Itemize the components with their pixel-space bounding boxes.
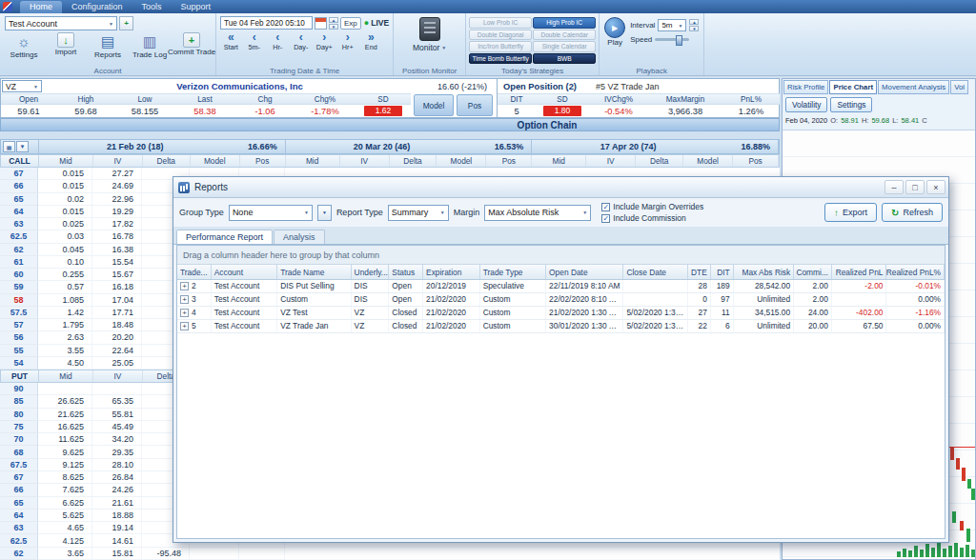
column-header-iv[interactable]: IV	[93, 155, 143, 167]
minimize-button[interactable]: –	[884, 180, 904, 194]
grid-column-7[interactable]: Open Date	[546, 265, 623, 279]
column-header-pos[interactable]: Pos	[240, 155, 286, 167]
ribbon-button-trade-log[interactable]: ▥Trade Log	[129, 31, 171, 59]
report-row[interactable]: +4Test AccountVZ TestVZClosed21/02/2020C…	[177, 307, 945, 320]
checkbox-include-commission[interactable]: ✓Include Commission	[601, 213, 703, 223]
margin-select[interactable]: Max Absolute Risk ▼	[484, 205, 591, 221]
calendar-icon[interactable]	[315, 17, 327, 30]
dialog-tab-performance-report[interactable]: Performance Report	[176, 230, 273, 244]
strategy-button-low-prob-ic[interactable]: Low Prob IC	[469, 17, 532, 29]
grid-column-3[interactable]: Underly...	[352, 265, 390, 279]
exp-toggle-button[interactable]: Exp	[340, 17, 361, 30]
column-header-delta[interactable]: Delta	[636, 155, 683, 167]
chain-menu-button[interactable]: ▦	[3, 141, 15, 152]
column-header-mid[interactable]: Mid	[39, 155, 93, 167]
grid-column-4[interactable]: Status	[389, 265, 423, 279]
chart-tab-risk-profile[interactable]: Risk Profile	[783, 80, 828, 94]
group-type-options-button[interactable]: ▼	[317, 205, 332, 221]
spin-up-icon[interactable]: ▲	[329, 17, 338, 23]
nav-button-hr[interactable]: ›Hr+	[336, 31, 360, 51]
grid-column-13[interactable]: Realized PnL	[832, 265, 887, 279]
trading-datetime-field[interactable]: Tue 04 Feb 2020 05:10	[220, 16, 313, 30]
spin-down-icon[interactable]: ▼	[329, 24, 338, 30]
dialog-tab-analysis[interactable]: Analysis	[274, 230, 325, 244]
ribbon-button-settings[interactable]: ☼Settings	[3, 31, 45, 59]
grid-column-6[interactable]: Trade Type	[480, 265, 546, 279]
expiration-header-1[interactable]: 20 Mar 20 (46)16.53%	[286, 140, 533, 153]
strategy-button-double-diagonal[interactable]: Double Diagonal	[469, 30, 532, 41]
expiration-header-2[interactable]: 17 Apr 20 (74)16.88%	[532, 140, 779, 153]
interval-spinner[interactable]: ▲ ▼	[689, 19, 699, 31]
expand-icon[interactable]: +	[180, 295, 189, 304]
close-button[interactable]: ×	[926, 180, 946, 194]
ribbon-button-reports[interactable]: ▤Reports	[87, 31, 129, 59]
group-by-bar[interactable]: Drag a column header here to group by th…	[177, 246, 945, 265]
chart-tab-vol[interactable]: Vol	[950, 80, 968, 94]
checkbox-include-margin-overrides[interactable]: ✓Include Margin Overrides	[601, 202, 703, 211]
datetime-spinner[interactable]: ▲ ▼	[329, 17, 338, 30]
grid-column-12[interactable]: Commi...	[794, 265, 832, 279]
group-type-select[interactable]: None ▼	[229, 205, 313, 221]
nav-button-hr[interactable]: ‹Hr-	[266, 31, 290, 51]
ribbon-button-commit-trade[interactable]: +Commit Trade	[171, 31, 213, 59]
tab-tools[interactable]: Tools	[132, 1, 172, 13]
tab-support[interactable]: Support	[172, 1, 221, 13]
grid-column-5[interactable]: Expiration	[423, 265, 480, 279]
option-row[interactable]: 623.6515.81-95.48	[0, 548, 780, 560]
column-header-iv[interactable]: IV	[586, 155, 636, 167]
ribbon-button-import[interactable]: ↓Import	[45, 31, 87, 59]
column-header-mid[interactable]: Mid	[39, 370, 93, 382]
strategy-button-bwb[interactable]: BWB	[533, 53, 596, 65]
strategy-button-inc-iron-butterfly[interactable]: Inc/Iron Butterfly	[469, 41, 532, 52]
nav-button-day[interactable]: ›Day+	[313, 31, 336, 51]
column-header-mid[interactable]: Mid	[532, 155, 586, 167]
model-column-toggle[interactable]: Model	[414, 94, 454, 116]
strategy-button-single-calendar[interactable]: Single Calendar	[533, 41, 596, 52]
column-header-model[interactable]: Model	[683, 155, 733, 167]
grid-column-14[interactable]: Realized PnL%	[886, 265, 945, 279]
chain-dropdown-button[interactable]: ▼	[16, 141, 29, 152]
export-button[interactable]: ↑ Export	[824, 203, 877, 222]
grid-column-1[interactable]: Account	[212, 265, 277, 279]
pos-column-toggle[interactable]: Pos	[457, 94, 493, 116]
chart-button-settings[interactable]: Settings	[830, 97, 872, 112]
maximize-button[interactable]: □	[905, 180, 925, 194]
grid-column-0[interactable]: Trade...	[177, 265, 212, 279]
column-header-pos[interactable]: Pos	[486, 155, 532, 167]
grid-column-2[interactable]: Trade Name	[277, 265, 351, 279]
chart-button-volatility[interactable]: Volatility	[785, 97, 827, 112]
grid-column-11[interactable]: Max Abs Risk	[734, 265, 795, 279]
report-row[interactable]: +2Test AccountDIS Put SellingDISOpen20/1…	[177, 280, 945, 293]
expand-icon[interactable]: +	[180, 322, 189, 330]
column-header-pos[interactable]: Pos	[733, 155, 779, 167]
chart-tab-price-chart[interactable]: Price Chart	[829, 80, 877, 94]
grid-column-9[interactable]: DTE	[688, 265, 711, 279]
strategy-button-time-bomb-butterfly[interactable]: Time Bomb Butterfly	[469, 53, 532, 65]
column-header-iv[interactable]: IV	[93, 370, 143, 382]
tab-configuration[interactable]: Configuration	[62, 1, 132, 13]
chart-tab-movement-analysis[interactable]: Movement Analysis	[878, 80, 949, 94]
column-header-model[interactable]: Model	[191, 155, 240, 167]
report-type-select[interactable]: Summary ▼	[388, 205, 449, 221]
column-header-delta[interactable]: Delta	[390, 155, 437, 167]
play-button[interactable]: ▶	[604, 17, 625, 38]
column-header-delta[interactable]: Delta	[143, 155, 191, 167]
refresh-button[interactable]: ↻ Refresh	[882, 203, 943, 222]
grid-column-10[interactable]: DIT	[711, 265, 734, 279]
column-header-mid[interactable]: Mid	[286, 155, 340, 167]
open-position-trade[interactable]: #5 VZ Trade Jan	[596, 82, 660, 91]
strategy-button-double-calendar[interactable]: Double Calendar	[533, 30, 596, 41]
nav-button-day[interactable]: ‹Day-	[290, 31, 314, 51]
expand-icon[interactable]: +	[180, 282, 189, 290]
dialog-titlebar[interactable]: Reports – □ ×	[173, 177, 948, 198]
column-header-model[interactable]: Model	[437, 155, 486, 167]
column-header-iv[interactable]: IV	[340, 155, 390, 167]
account-selector[interactable]: Test Account ▼	[5, 16, 117, 30]
symbol-selector[interactable]: VZ ▼	[2, 80, 42, 92]
tab-home[interactable]: Home	[20, 1, 62, 13]
nav-button-end[interactable]: »End	[359, 31, 383, 51]
nav-button-start[interactable]: «Start	[219, 31, 243, 51]
report-row[interactable]: +3Test AccountCustomDISOpen21/02/2020Cus…	[177, 293, 945, 307]
strategy-button-high-prob-ic[interactable]: High Prob IC	[533, 17, 596, 29]
interval-selector[interactable]: 5m ▼	[658, 19, 686, 31]
